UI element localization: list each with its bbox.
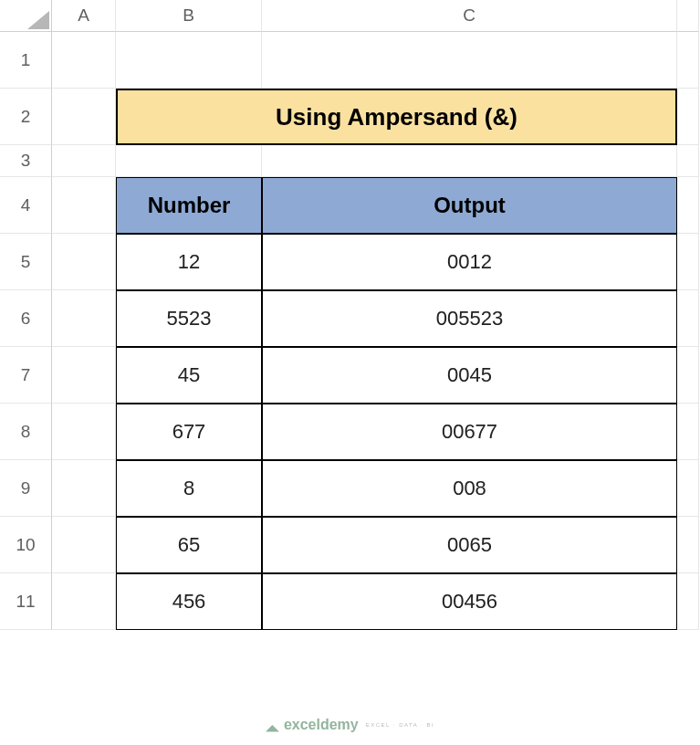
cell-a2[interactable]: [52, 89, 116, 145]
header-output[interactable]: Output: [262, 177, 677, 234]
cell-output-11[interactable]: 00456: [262, 573, 677, 630]
watermark-tagline: EXCEL · DATA · BI: [366, 722, 434, 728]
column-header-extra: [677, 0, 699, 32]
cell-a1[interactable]: [52, 32, 116, 89]
watermark-brand: exceldemy: [284, 717, 359, 733]
cell-d6[interactable]: [677, 290, 699, 347]
watermark: exceldemy EXCEL · DATA · BI: [266, 717, 434, 733]
cell-a8[interactable]: [52, 404, 116, 460]
cell-d10[interactable]: [677, 517, 699, 573]
cell-a9[interactable]: [52, 460, 116, 517]
row-header-11[interactable]: 11: [0, 573, 52, 630]
cell-number-8[interactable]: 677: [116, 404, 262, 460]
header-number[interactable]: Number: [116, 177, 262, 234]
cell-b1[interactable]: [116, 32, 262, 89]
row-header-6[interactable]: 6: [0, 290, 52, 347]
row-header-3[interactable]: 3: [0, 145, 52, 177]
cell-d7[interactable]: [677, 347, 699, 404]
cell-d1[interactable]: [677, 32, 699, 89]
cell-number-5[interactable]: 12: [116, 234, 262, 290]
cell-a4[interactable]: [52, 177, 116, 234]
cell-d2[interactable]: [677, 89, 699, 145]
cell-number-10[interactable]: 65: [116, 517, 262, 573]
cell-number-7[interactable]: 45: [116, 347, 262, 404]
cell-b3[interactable]: [116, 145, 262, 177]
cell-number-6[interactable]: 5523: [116, 290, 262, 347]
cell-d4[interactable]: [677, 177, 699, 234]
cell-number-11[interactable]: 456: [116, 573, 262, 630]
cell-d3[interactable]: [677, 145, 699, 177]
row-header-4[interactable]: 4: [0, 177, 52, 234]
select-all-corner[interactable]: [0, 0, 52, 32]
cell-output-6[interactable]: 005523: [262, 290, 677, 347]
cell-output-10[interactable]: 0065: [262, 517, 677, 573]
cell-a6[interactable]: [52, 290, 116, 347]
cell-output-7[interactable]: 0045: [262, 347, 677, 404]
cell-a3[interactable]: [52, 145, 116, 177]
spreadsheet-grid: A B C 1 2 Using Ampersand (&) 3 4 Number…: [0, 0, 700, 630]
cell-a5[interactable]: [52, 234, 116, 290]
cell-output-5[interactable]: 0012: [262, 234, 677, 290]
row-header-1[interactable]: 1: [0, 32, 52, 89]
column-header-a[interactable]: A: [52, 0, 116, 32]
title-cell[interactable]: Using Ampersand (&): [116, 89, 677, 145]
cell-d8[interactable]: [677, 404, 699, 460]
column-header-b[interactable]: B: [116, 0, 262, 32]
cell-a11[interactable]: [52, 573, 116, 630]
cell-d5[interactable]: [677, 234, 699, 290]
cell-number-9[interactable]: 8: [116, 460, 262, 517]
row-header-5[interactable]: 5: [0, 234, 52, 290]
cell-d9[interactable]: [677, 460, 699, 517]
cell-c1[interactable]: [262, 32, 677, 89]
column-header-c[interactable]: C: [262, 0, 677, 32]
cell-output-9[interactable]: 008: [262, 460, 677, 517]
cell-a10[interactable]: [52, 517, 116, 573]
row-header-7[interactable]: 7: [0, 347, 52, 404]
cell-a7[interactable]: [52, 347, 116, 404]
row-header-10[interactable]: 10: [0, 517, 52, 573]
watermark-icon: [266, 719, 279, 732]
cell-c3[interactable]: [262, 145, 677, 177]
row-header-9[interactable]: 9: [0, 460, 52, 517]
row-header-2[interactable]: 2: [0, 89, 52, 145]
cell-output-8[interactable]: 00677: [262, 404, 677, 460]
row-header-8[interactable]: 8: [0, 404, 52, 460]
cell-d11[interactable]: [677, 573, 699, 630]
